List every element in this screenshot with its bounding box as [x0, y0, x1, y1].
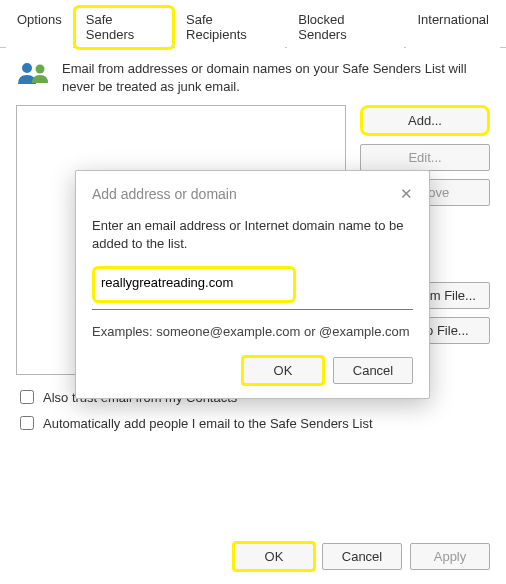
dialog-ok-button[interactable]: OK — [243, 357, 323, 384]
close-icon[interactable]: ✕ — [400, 185, 413, 203]
dialog-message: Enter an email address or Internet domai… — [92, 217, 413, 252]
trust-contacts-checkbox[interactable] — [20, 390, 34, 404]
dialog-footer: OK Cancel Apply — [234, 543, 490, 570]
tab-international[interactable]: International — [406, 7, 500, 48]
add-address-dialog: Add address or domain ✕ Enter an email a… — [75, 170, 430, 399]
auto-add-checkbox[interactable] — [20, 416, 34, 430]
description-text: Email from addresses or domain names on … — [62, 60, 490, 95]
dialog-examples: Examples: someone@example.com or @exampl… — [92, 324, 413, 339]
svg-point-0 — [22, 63, 32, 73]
people-icon — [16, 60, 52, 90]
dialog-title: Add address or domain — [92, 186, 237, 202]
auto-add-label: Automatically add people I email to the … — [43, 416, 373, 431]
ok-button[interactable]: OK — [234, 543, 314, 570]
apply-button: Apply — [410, 543, 490, 570]
dialog-cancel-button[interactable]: Cancel — [333, 357, 413, 384]
tab-safe-senders[interactable]: Safe Senders — [75, 7, 173, 48]
tab-options[interactable]: Options — [6, 7, 73, 48]
tab-bar: Options Safe Senders Safe Recipients Blo… — [0, 0, 506, 48]
cancel-button[interactable]: Cancel — [322, 543, 402, 570]
address-input[interactable] — [99, 271, 289, 296]
edit-button: Edit... — [360, 144, 490, 171]
tab-blocked-senders[interactable]: Blocked Senders — [287, 7, 404, 48]
dialog-input-highlight — [92, 266, 296, 303]
tab-safe-recipients[interactable]: Safe Recipients — [175, 7, 285, 48]
add-button[interactable]: Add... — [360, 105, 490, 136]
auto-add-row[interactable]: Automatically add people I email to the … — [16, 413, 490, 433]
svg-point-1 — [36, 65, 45, 74]
